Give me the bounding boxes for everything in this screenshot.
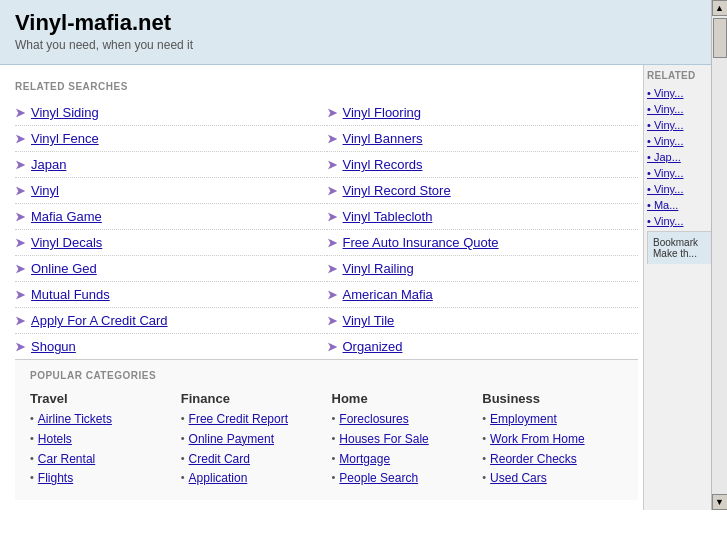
category-link[interactable]: Online Payment — [189, 431, 274, 448]
category-link[interactable]: Credit Card — [189, 451, 250, 468]
search-link[interactable]: Free Auto Insurance Quote — [343, 235, 499, 250]
popular-label: POPULAR CATEGORIES — [30, 370, 623, 381]
search-link[interactable]: Vinyl Record Store — [343, 183, 451, 198]
arrow-icon: ➤ — [15, 288, 25, 302]
category-link[interactable]: Application — [189, 470, 248, 487]
search-item: ➤Vinyl Record Store — [327, 178, 639, 204]
scroll-thumb[interactable] — [713, 18, 727, 58]
categories-grid: Travel•Airline Tickets•Hotels•Car Rental… — [30, 391, 623, 490]
category-title: Finance — [181, 391, 322, 406]
search-link[interactable]: Mafia Game — [31, 209, 102, 224]
search-link[interactable]: Vinyl Siding — [31, 105, 99, 120]
sidebar-link[interactable]: • Ma... — [647, 199, 708, 211]
sidebar-link[interactable]: • Viny... — [647, 87, 708, 99]
scroll-up-button[interactable]: ▲ — [712, 0, 728, 16]
outer-wrapper: Vinyl-mafia.net What you need, when you … — [0, 0, 727, 510]
search-item: ➤Vinyl Records — [327, 152, 639, 178]
search-link[interactable]: Vinyl Flooring — [343, 105, 422, 120]
category-link[interactable]: Work From Home — [490, 431, 584, 448]
category-link[interactable]: Used Cars — [490, 470, 547, 487]
category-title: Business — [482, 391, 623, 406]
search-link[interactable]: Vinyl Banners — [343, 131, 423, 146]
search-link[interactable]: Vinyl Railing — [343, 261, 414, 276]
arrow-icon: ➤ — [15, 236, 25, 250]
category-link[interactable]: Car Rental — [38, 451, 95, 468]
search-item: ➤Online Ged — [15, 256, 327, 282]
category-item: •Employment — [482, 411, 623, 428]
category-item: •Credit Card — [181, 451, 322, 468]
bullet-icon: • — [181, 432, 185, 444]
bullet-icon: • — [482, 432, 486, 444]
category-item: •Foreclosures — [332, 411, 473, 428]
site-title: Vinyl-mafia.net — [15, 10, 696, 36]
category-title: Home — [332, 391, 473, 406]
search-link[interactable]: Japan — [31, 157, 66, 172]
search-link[interactable]: Vinyl — [31, 183, 59, 198]
sidebar-links: • Viny...• Viny...• Viny...• Viny...• Ja… — [647, 87, 708, 227]
category-item: •Houses For Sale — [332, 431, 473, 448]
category-item: •Reorder Checks — [482, 451, 623, 468]
search-link[interactable]: Vinyl Decals — [31, 235, 102, 250]
scroll-down-button[interactable]: ▼ — [712, 494, 728, 510]
category-item: •Mortgage — [332, 451, 473, 468]
arrow-icon: ➤ — [15, 132, 25, 146]
category-link[interactable]: Free Credit Report — [189, 411, 288, 428]
category-col: Finance•Free Credit Report•Online Paymen… — [181, 391, 322, 490]
sidebar-link[interactable]: • Viny... — [647, 183, 708, 195]
sidebar-label: RELATED — [647, 70, 708, 81]
search-item: ➤American Mafia — [327, 282, 639, 308]
category-link[interactable]: Flights — [38, 470, 73, 487]
content-and-sidebar: Vinyl-mafia.net What you need, when you … — [0, 0, 711, 510]
bullet-icon: • — [181, 471, 185, 483]
search-item: ➤Vinyl Siding — [15, 100, 327, 126]
right-sidebar: RELATED • Viny...• Viny...• Viny...• Vin… — [643, 65, 711, 510]
category-link[interactable]: People Search — [339, 470, 418, 487]
search-item: ➤Vinyl Decals — [15, 230, 327, 256]
left-panel: RELATED SEARCHES ➤Vinyl Siding➤Vinyl Fen… — [0, 65, 643, 510]
search-item: ➤Vinyl Tile — [327, 308, 639, 334]
category-link[interactable]: Foreclosures — [339, 411, 408, 428]
sidebar-link[interactable]: • Viny... — [647, 103, 708, 115]
category-link[interactable]: Employment — [490, 411, 557, 428]
arrow-icon: ➤ — [327, 210, 337, 224]
bullet-icon: • — [30, 412, 34, 424]
arrow-icon: ➤ — [327, 106, 337, 120]
sidebar-link[interactable]: • Viny... — [647, 167, 708, 179]
search-link[interactable]: Online Ged — [31, 261, 97, 276]
sidebar-link[interactable]: • Viny... — [647, 135, 708, 147]
sidebar-link[interactable]: • Viny... — [647, 119, 708, 131]
search-link[interactable]: Apply For A Credit Card — [31, 313, 168, 328]
search-link[interactable]: American Mafia — [343, 287, 433, 302]
search-link[interactable]: Vinyl Tile — [343, 313, 395, 328]
arrow-icon: ➤ — [327, 236, 337, 250]
category-link[interactable]: Airline Tickets — [38, 411, 112, 428]
arrow-icon: ➤ — [15, 184, 25, 198]
sidebar-link[interactable]: • Jap... — [647, 151, 708, 163]
search-link[interactable]: Mutual Funds — [31, 287, 110, 302]
category-link[interactable]: Hotels — [38, 431, 72, 448]
search-link[interactable]: Organized — [343, 339, 403, 354]
category-link[interactable]: Reorder Checks — [490, 451, 577, 468]
arrow-icon: ➤ — [15, 210, 25, 224]
category-link[interactable]: Mortgage — [339, 451, 390, 468]
scrollbar[interactable]: ▲ ▼ — [711, 0, 727, 510]
search-link[interactable]: Vinyl Records — [343, 157, 423, 172]
sidebar-link[interactable]: • Viny... — [647, 215, 708, 227]
category-col: Travel•Airline Tickets•Hotels•Car Rental… — [30, 391, 171, 490]
search-item: ➤Japan — [15, 152, 327, 178]
arrow-icon: ➤ — [327, 132, 337, 146]
search-link[interactable]: Vinyl Tablecloth — [343, 209, 433, 224]
category-link[interactable]: Houses For Sale — [339, 431, 428, 448]
search-link[interactable]: Vinyl Fence — [31, 131, 99, 146]
search-item: ➤Vinyl Tablecloth — [327, 204, 639, 230]
category-item: •Flights — [30, 470, 171, 487]
search-item: ➤Mutual Funds — [15, 282, 327, 308]
search-link[interactable]: Shogun — [31, 339, 76, 354]
site-subtitle: What you need, when you need it — [15, 38, 696, 52]
arrow-icon: ➤ — [327, 340, 337, 354]
searches-col-right: ➤Vinyl Flooring➤Vinyl Banners➤Vinyl Reco… — [327, 100, 639, 359]
arrow-icon: ➤ — [15, 262, 25, 276]
bookmark-bar: Bookmark Make th... — [647, 231, 715, 264]
bullet-icon: • — [332, 412, 336, 424]
popular-section: POPULAR CATEGORIES Travel•Airline Ticket… — [15, 359, 638, 500]
